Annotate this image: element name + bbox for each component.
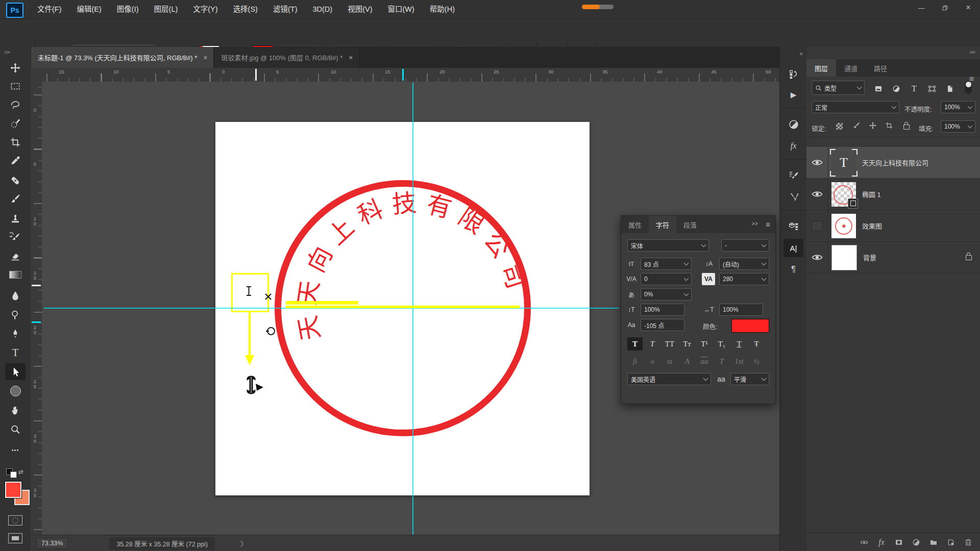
layer-thumbnail[interactable] xyxy=(831,182,856,207)
lock-artboard-icon[interactable] xyxy=(885,121,893,131)
menu-file[interactable]: 文件(F) xyxy=(30,0,69,18)
opacity-field[interactable]: 100% xyxy=(941,101,975,113)
text-color-swatch[interactable] xyxy=(731,319,769,333)
history-panel-icon[interactable] xyxy=(783,65,803,84)
delete-layer-icon[interactable] xyxy=(961,535,976,549)
status-proxy-chevron-icon[interactable]: 〉 xyxy=(240,539,247,548)
horizontal-scale-field[interactable]: 100% xyxy=(719,304,763,316)
layer-thumbnail[interactable] xyxy=(831,245,857,270)
menu-select[interactable]: 选择(S) xyxy=(226,0,265,18)
faux-italic-button[interactable]: T xyxy=(645,337,660,350)
layer-thumbnail[interactable]: T xyxy=(831,151,856,175)
brush-tool[interactable] xyxy=(5,190,26,207)
type-tool[interactable]: T xyxy=(5,344,26,361)
character-panel-icon[interactable]: A| xyxy=(783,239,803,257)
brush-settings-panel-icon[interactable] xyxy=(783,166,803,185)
layer-style-fx-icon[interactable]: fx xyxy=(874,535,889,549)
layer-name[interactable]: 天天向上科技有限公司 xyxy=(862,158,928,167)
vertical-ruler[interactable]: 0 5 10 15 20 25 30 35 xyxy=(31,82,42,535)
ellipse-shape-tool[interactable] xyxy=(5,383,26,399)
layer-name[interactable]: 背景 xyxy=(863,253,876,262)
marquee-tool[interactable] xyxy=(5,78,26,94)
titling-alternates-button[interactable]: T xyxy=(714,355,729,368)
strikethrough-button[interactable]: Ŧ xyxy=(749,337,764,350)
toolbar-collapse-icon[interactable]: >> xyxy=(4,49,10,55)
blur-tool[interactable] xyxy=(5,287,26,304)
lock-position-icon[interactable] xyxy=(869,121,877,131)
filter-shape-layers-icon[interactable] xyxy=(925,82,939,96)
menu-layer[interactable]: 图层(L) xyxy=(146,0,186,18)
filter-type-layers-icon[interactable]: T xyxy=(908,82,921,96)
small-caps-button[interactable]: Tᴛ xyxy=(679,337,695,350)
menu-edit[interactable]: 编辑(E) xyxy=(69,0,109,18)
language-dropdown[interactable]: 美国英语 xyxy=(627,373,711,385)
clone-stamp-tool[interactable] xyxy=(5,210,26,227)
tab-paths[interactable]: 路径 xyxy=(866,59,895,77)
gradient-tool[interactable] xyxy=(5,266,26,283)
faux-bold-button[interactable]: T xyxy=(627,337,643,350)
photoshop-logo[interactable]: Ps xyxy=(6,3,23,18)
brushes-panel-icon[interactable] xyxy=(783,188,803,206)
menu-filter[interactable]: 滤镜(T) xyxy=(265,0,305,18)
tab-close-icon[interactable]: × xyxy=(202,54,208,62)
panel-expand-icon[interactable]: >> xyxy=(751,220,758,227)
path-selection-tool[interactable] xyxy=(5,363,26,380)
visibility-toggle[interactable] xyxy=(806,242,828,273)
zoom-level[interactable]: 73.33% xyxy=(36,538,68,549)
edit-toolbar-ellipsis-icon[interactable]: ••• xyxy=(5,441,26,458)
font-family-dropdown[interactable]: 宋体 xyxy=(627,239,709,252)
tab-layers[interactable]: 图层 xyxy=(806,59,836,77)
visibility-toggle[interactable] xyxy=(806,147,828,178)
minimize-button[interactable]: — xyxy=(910,0,933,15)
lock-all-icon[interactable] xyxy=(903,122,910,130)
tab-paragraph[interactable]: 段落 xyxy=(676,216,704,233)
visibility-toggle[interactable] xyxy=(806,210,828,241)
leading-field[interactable]: (自动) xyxy=(719,258,769,270)
baseline-shift-field[interactable]: -105 点 xyxy=(641,319,684,331)
history-brush-tool[interactable] xyxy=(5,229,26,245)
quick-selection-tool[interactable] xyxy=(5,115,26,132)
swash-button[interactable]: o xyxy=(645,355,660,368)
tab-banbo-sucai[interactable]: 斑驳素材.jpg @ 100% (图层 0, RGB/8#) * × xyxy=(214,47,359,68)
screen-mode-icon[interactable] xyxy=(8,533,22,543)
crop-tool[interactable] xyxy=(5,134,26,151)
underline-button[interactable]: T xyxy=(731,337,747,350)
panel-collapse-icon[interactable]: « xyxy=(799,50,803,57)
ordinals-button[interactable]: 1st xyxy=(731,355,747,368)
all-caps-button[interactable]: TT xyxy=(662,337,677,350)
paragraph-panel-icon[interactable]: ¶ xyxy=(783,260,803,279)
font-size-field[interactable]: 83 点 xyxy=(641,258,692,270)
font-style-dropdown[interactable]: - xyxy=(721,239,769,252)
restore-button[interactable] xyxy=(933,0,957,15)
vertical-scale-field[interactable]: 100% xyxy=(641,304,684,316)
menu-window[interactable]: 窗口(W) xyxy=(380,0,422,18)
proportional-spacing-field[interactable]: 0% xyxy=(641,288,692,300)
new-group-icon[interactable] xyxy=(926,535,941,549)
lasso-tool[interactable] xyxy=(5,96,26,113)
filter-pixel-layers-icon[interactable] xyxy=(872,82,885,96)
quick-mask-icon[interactable] xyxy=(8,515,22,525)
layer-name[interactable]: 效果图 xyxy=(862,221,882,231)
layer-row-ellipse[interactable]: 椭圆 1 xyxy=(806,179,980,210)
layer-row-background[interactable]: 背景 xyxy=(806,242,980,273)
discretionary-ligatures-button[interactable]: st xyxy=(662,355,677,368)
menu-help[interactable]: 帮助(H) xyxy=(422,0,462,18)
layer-row-text[interactable]: T 天天向上科技有限公司 xyxy=(806,147,980,179)
zoom-tool[interactable] xyxy=(5,421,26,438)
move-tool[interactable] xyxy=(5,59,26,76)
tab-untitled-1[interactable]: 未标题-1 @ 73.3% (天天向上科技有限公司, RGB/8#) * × xyxy=(31,47,214,68)
subscript-button[interactable]: T₁ xyxy=(714,337,729,350)
link-layers-icon[interactable] xyxy=(856,535,872,549)
eyedropper-tool[interactable] xyxy=(5,152,26,169)
close-button[interactable]: × xyxy=(957,0,980,15)
eraser-tool[interactable] xyxy=(5,247,26,264)
libraries-panel-icon[interactable] xyxy=(783,217,803,236)
hand-tool[interactable] xyxy=(5,402,26,418)
new-layer-icon[interactable] xyxy=(943,535,959,549)
filter-adjustment-layers-icon[interactable] xyxy=(890,82,903,96)
lock-pixels-icon[interactable] xyxy=(852,121,861,131)
lock-transparency-icon[interactable] xyxy=(836,123,843,130)
fill-opacity-field[interactable]: 100% xyxy=(941,120,975,133)
stylistic-alternates-button[interactable]: A xyxy=(679,355,695,368)
contextual-alternates-button[interactable]: aa xyxy=(697,355,712,368)
